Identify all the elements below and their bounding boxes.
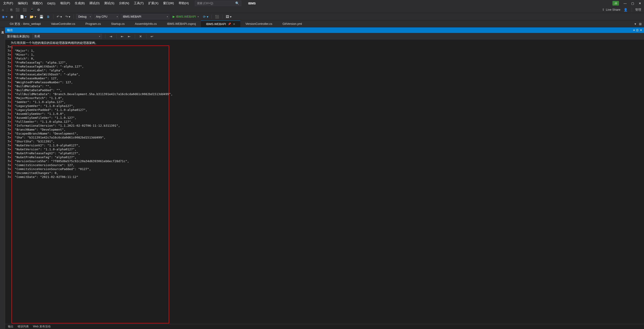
maximize-icon[interactable]: ▢ — [631, 2, 634, 5]
share-icon: ⇪ — [602, 8, 604, 11]
undo-icon[interactable]: ↶ ▾ — [56, 14, 63, 19]
output-source-label: 显示输出来源(S): — [7, 34, 30, 38]
tool-icon-2[interactable]: 🖼 ▾ — [225, 14, 232, 19]
startup-dropdown[interactable]: IBMS.WEBAPI — [121, 14, 169, 19]
output-line: 7> "AssemblySemFileVer": "1.1.0.127", — [8, 116, 642, 120]
output-content[interactable]: 为引用关联一个与您的项目的目标处理器架构相符的处理器架构。 7>{7> "Maj… — [5, 40, 644, 324]
platform-dropdown[interactable]: Any CPU — [94, 14, 119, 19]
redo-icon[interactable]: ↷ ▾ — [64, 14, 72, 19]
output-line: 7> "UncommittedChanges": 0, — [8, 171, 642, 175]
tab-ibms-webapi[interactable]: IBMS.WEBAPI 📌 ✕ — [201, 20, 240, 27]
output-line: 7> "Minor": 1, — [8, 53, 642, 56]
tab-startup[interactable]: Startup.cs — [106, 21, 130, 27]
new-file-icon[interactable]: 📄 ▾ — [19, 14, 27, 19]
pin-icon[interactable]: 📌 — [228, 22, 231, 26]
back-icon[interactable]: ◉ ▾ — [1, 14, 8, 19]
wrap-icon[interactable]: ↩ — [150, 34, 154, 39]
indent-icon[interactable]: ⇤ — [127, 34, 132, 39]
forward-icon[interactable]: ◉ — [10, 14, 14, 19]
menu-tools[interactable]: 工具(T) — [132, 0, 146, 6]
separator — [74, 14, 74, 19]
separator — [16, 14, 17, 19]
user-badge[interactable]: JJ — [612, 1, 619, 6]
minimize-icon[interactable]: — — [624, 2, 626, 5]
separator — [146, 34, 146, 38]
close-tab-icon[interactable]: ✕ — [233, 22, 235, 26]
menu-file[interactable]: 文件(F) — [1, 0, 16, 6]
tab-expand-icon[interactable]: ⊞ — [638, 22, 642, 26]
chevron-down-icon: ▾ — [198, 16, 199, 18]
output-line: 7> "Sha": "b311391e42c7a16c6cda0d61c0082… — [8, 136, 642, 140]
status-errors[interactable]: 错误列表 — [18, 324, 29, 328]
output-line: 7> "NuGetPreReleaseTag": "alpha0127", — [8, 155, 642, 159]
tool-icon-1[interactable]: ⬛ — [214, 14, 220, 19]
indent-left-icon[interactable]: ⇤ — [120, 34, 124, 39]
menu-extensions[interactable]: 扩展(X) — [146, 0, 160, 6]
status-output[interactable]: 输出 — [8, 324, 14, 328]
refresh-icon[interactable]: ⟳ ▾ — [202, 14, 209, 19]
toolbar-1: ⌂ ⎘ ⬛ ⬛ 📱 ⚙ ⇪ Live Share 👤 管理 — [0, 6, 644, 13]
output-line: 7> "NuGetVersion": "1.1.0-alpha0127", — [8, 147, 642, 151]
open-icon[interactable]: 📂 ▾ — [29, 14, 37, 19]
output-line: 7> "NuGetPreReleaseTagV2": "alpha0127", — [8, 151, 642, 155]
load-icon[interactable]: ⬛ — [14, 8, 20, 12]
output-line: 7> "PreReleaseTagWithDash": "-alpha.127"… — [8, 64, 642, 68]
pin-icon[interactable]: ⊡ — [636, 28, 638, 32]
home-icon[interactable]: ⌂ — [1, 8, 5, 12]
menu-analyze[interactable]: 分析(N) — [117, 0, 132, 6]
status-bar: 输出 错误列表 Web 发布活动 — [5, 324, 644, 329]
separator — [222, 14, 222, 19]
search-box[interactable]: 搜索 (Ctrl+Q) 🔍 — [195, 1, 241, 6]
output-title: 输出 — [7, 28, 13, 32]
live-share[interactable]: ⇪ Live Share — [602, 8, 620, 11]
close-panel-icon[interactable]: ✕ — [640, 28, 642, 32]
output-toolbar: 显示输出来源(S): 生成 ⇥ ⇤ ⇤ ✕ ↩ — [5, 33, 644, 40]
indent-right-icon[interactable]: ⇥ — [108, 34, 113, 39]
menu-build[interactable]: 生成(B) — [72, 0, 87, 6]
new-window-icon[interactable]: ⎘ — [10, 8, 13, 12]
tab-assemblyinfo[interactable]: AssemblyInfo.cs — [130, 21, 162, 27]
menu-help[interactable]: 帮助(H) — [176, 0, 191, 6]
run-button[interactable]: ▶ IBMS.WEBAPI ▾ — [171, 15, 201, 18]
output-line: 7> "LegacySemVer": "1.1.0-alpha127", — [8, 104, 642, 108]
settings-icon[interactable]: ⚙ — [36, 8, 41, 12]
chevron-down-icon[interactable]: ▾ — [633, 28, 635, 32]
save-all-icon[interactable]: 🗎 — [46, 14, 51, 19]
output-line: 7> "EscapedBranchName": "Development", — [8, 132, 642, 136]
left-sidebar[interactable]: 工具箱 — [0, 28, 5, 329]
clear-icon[interactable]: ✕ — [138, 34, 143, 39]
output-line: 7> "BuildMetaData": "", — [8, 84, 642, 88]
menu-bar: 文件(F) 编辑(E) 视图(V) Git(G) 项目(P) 生成(B) 调试(… — [0, 0, 644, 6]
output-line: 7> "PreReleaseLabel": "alpha", — [8, 68, 642, 72]
output-source-dropdown[interactable]: 生成 — [32, 34, 102, 39]
tab-git-changes[interactable]: Git 更改 - ibms_webapi — [5, 20, 46, 28]
menu-window[interactable]: 窗口(W) — [161, 0, 176, 6]
separator — [105, 34, 105, 38]
solution-name: IBMS — [248, 2, 256, 5]
menu-debug[interactable]: 调试(D) — [87, 0, 102, 6]
output-line: 7> "Patch": 0, — [8, 56, 642, 60]
menu-edit[interactable]: 编辑(E) — [16, 0, 30, 6]
save-icon[interactable]: 💾 — [38, 14, 44, 19]
feedback-icon[interactable]: 👤 — [623, 8, 628, 12]
manage-label[interactable]: 管理 — [635, 8, 641, 12]
menu-test[interactable]: 测试(S) — [102, 0, 116, 6]
device-icon[interactable]: 📱 — [29, 8, 35, 12]
tab-csproj[interactable]: IBMS.WEBAPI.csproj — [162, 21, 201, 27]
menu-project[interactable]: 项目(P) — [58, 0, 72, 6]
tab-program[interactable]: Program.cs — [80, 21, 106, 27]
browser-icon[interactable]: ⬛ — [22, 8, 28, 12]
output-line: 7> "PreReleaseNumber": 127, — [8, 76, 642, 80]
tab-versioncontroller[interactable]: VersionController.cs — [240, 21, 278, 27]
status-publish[interactable]: Web 发布活动 — [33, 324, 50, 328]
output-line: 7> "Major": 1, — [8, 49, 642, 53]
tab-dropdown-icon[interactable]: ▾ — [634, 22, 637, 26]
close-icon[interactable]: ✕ — [639, 2, 641, 5]
tab-gitversion-yml[interactable]: GitVersion.yml — [278, 21, 307, 27]
output-line: 7> "CommitsSinceVersionSource": 127, — [8, 163, 642, 167]
menu-git[interactable]: Git(G) — [45, 1, 58, 6]
menu-view[interactable]: 视图(V) — [30, 0, 45, 6]
config-dropdown[interactable]: Debug — [76, 14, 92, 19]
output-line: 7> "CommitsSinceVersionSourcePadded": "0… — [8, 167, 642, 171]
tab-valuecontroller[interactable]: ValueController.cs — [46, 21, 80, 27]
